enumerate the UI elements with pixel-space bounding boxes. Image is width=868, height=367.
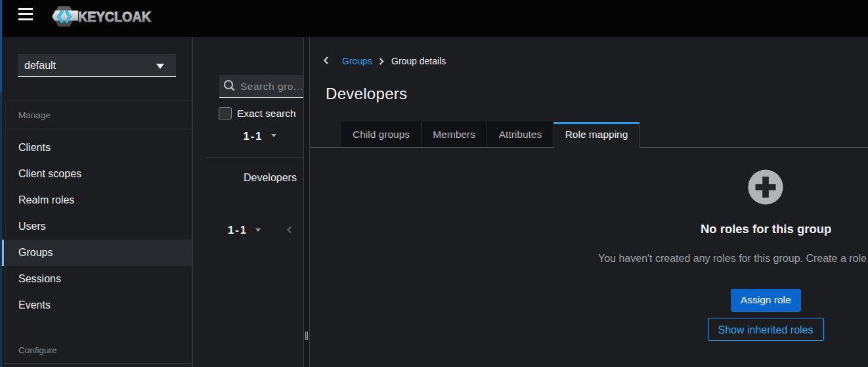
svg-text:KEYCLOAK: KEYCLOAK [78,9,151,25]
